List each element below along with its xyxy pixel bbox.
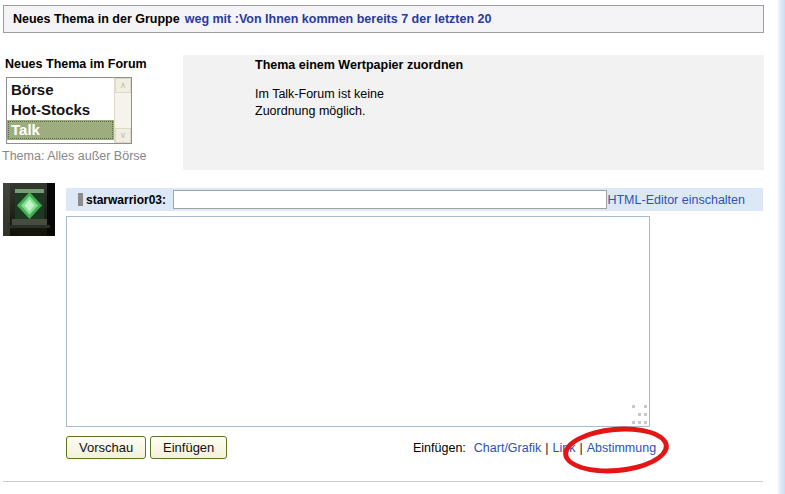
insert-chart-link[interactable]: Chart/Grafik — [474, 441, 541, 455]
bottom-divider — [3, 481, 763, 482]
wertpapier-heading: Thema einem Wertpapier zuordnen — [255, 58, 463, 72]
forum-picker-heading: Neues Thema im Forum — [5, 57, 147, 71]
wertpapier-note: Im Talk-Forum ist keine Zuordnung möglic… — [255, 86, 384, 120]
submit-button[interactable]: Einfügen — [150, 436, 227, 459]
forum-new-topic-page: Neues Thema in der Gruppe weg mit :Von I… — [0, 0, 785, 494]
forum-listbox[interactable]: Börse Hot-Stocks Talk ∧ ∨ — [6, 77, 132, 144]
insert-separator: | — [579, 441, 582, 455]
topic-label: Thema: Alles außer Börse — [2, 149, 147, 163]
post-marker-icon — [78, 193, 83, 206]
page-header: Neues Thema in der Gruppe weg mit :Von I… — [3, 5, 764, 33]
scrollbar-down-icon[interactable]: ∨ — [115, 128, 131, 143]
preview-button[interactable]: Vorschau — [66, 436, 146, 459]
html-editor-toggle-link[interactable]: HTML-Editor einschalten — [607, 193, 745, 207]
forum-listbox-items: Börse Hot-Stocks Talk — [7, 78, 114, 143]
listbox-item-boerse[interactable]: Börse — [7, 80, 114, 100]
insert-label: Einfügen: — [413, 441, 466, 455]
wertpapier-panel: Thema einem Wertpapier zuordnen Im Talk-… — [183, 55, 764, 170]
avatar — [3, 183, 55, 236]
page-edge-stripe — [778, 0, 785, 494]
page-title: Neues Thema in der Gruppe — [13, 12, 180, 26]
group-link[interactable]: weg mit :Von Ihnen kommen bereits 7 der … — [185, 12, 492, 26]
insert-poll-link[interactable]: Abstimmung — [587, 441, 656, 455]
listbox-item-talk-selected[interactable]: Talk — [7, 120, 114, 140]
insert-separator: | — [545, 441, 548, 455]
listbox-scrollbar[interactable]: ∧ ∨ — [114, 78, 131, 143]
insert-toolbar: Einfügen: Chart/Grafik | Link | Abstimmu… — [413, 441, 656, 455]
resize-grip-icon[interactable] — [632, 405, 650, 427]
listbox-item-hot-stocks[interactable]: Hot-Stocks — [7, 100, 114, 120]
message-body-textarea[interactable] — [66, 216, 650, 427]
scrollbar-up-icon[interactable]: ∧ — [115, 78, 131, 93]
username-label: starwarrior03: — [86, 193, 166, 207]
wertpapier-note-line2: Zuordnung möglich. — [255, 103, 384, 120]
wertpapier-note-line1: Im Talk-Forum ist keine — [255, 86, 384, 103]
insert-link-link[interactable]: Link — [552, 441, 575, 455]
topic-title-input[interactable] — [173, 190, 607, 209]
composer-title-row: starwarrior03: HTML-Editor einschalten — [66, 188, 763, 211]
